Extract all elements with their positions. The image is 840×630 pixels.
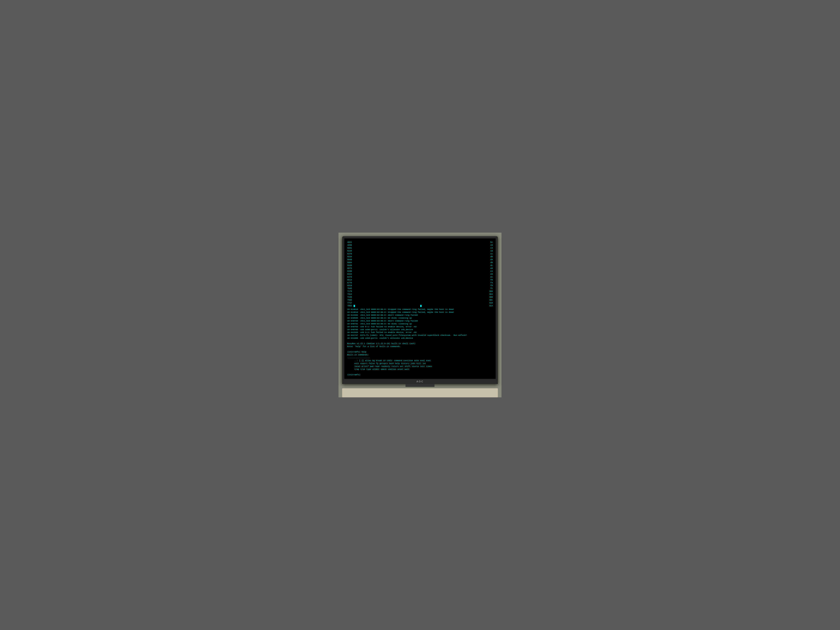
- hex-300: 300: [489, 290, 493, 293]
- shell-cmd-line1: . : [ [[ alias bg break cd chdir command…: [347, 359, 493, 362]
- hex-e4: e4: [489, 270, 493, 273]
- hex-f0: f0: [489, 279, 493, 281]
- hex-dc: dc: [489, 264, 493, 267]
- hex-308: 308: [489, 296, 493, 299]
- hex-30c: 30c: [489, 299, 493, 302]
- monitor: 4821 4956 5091 5226 5370 5534 5669 5804 …: [342, 236, 498, 384]
- hex-f4: f4: [489, 281, 493, 284]
- num-6910: 6910: [347, 284, 422, 287]
- hex-d4: d4: [489, 258, 493, 261]
- shell-builtin-header: Built-in commands:: [347, 354, 493, 357]
- hex-310: 310: [489, 302, 493, 305]
- num-5939: 5939: [347, 264, 422, 267]
- log-line-9: 19 641525 usb 3-1: hub failed to enable …: [347, 331, 493, 334]
- log-line-10: 19 641747 EXT4-fs (sda5): VFS: Found ext…: [347, 334, 493, 337]
- log-line-2: 19 614018 xhci_hcd 0000:02:00.0: Stopped…: [347, 311, 493, 314]
- hex-fc: fc: [489, 287, 493, 290]
- num-4956: 4956: [347, 244, 422, 247]
- log-line-3: 19 614384 xhci_hcd 0000:02:00.0: Abort c…: [347, 314, 493, 317]
- shell-busybox: BusyBox v1.22.1 (Debian 1:1.22.0-19) bui…: [347, 342, 493, 345]
- shell-cmd-line3: local printf pwd read readonly return se…: [347, 365, 493, 368]
- cursor-block1: [354, 305, 355, 307]
- num-6073: 6073: [347, 267, 422, 270]
- num-5669: 5669: [347, 258, 422, 261]
- hex-304: 304: [489, 293, 493, 296]
- num-5226: 5226: [347, 249, 422, 253]
- num-4821: 4821: [347, 241, 422, 244]
- keyboard: [342, 388, 498, 397]
- log-line-1: 19 614018 xhci_hcd 0000:03:00.0: Stopped…: [347, 308, 493, 311]
- hex-cc: cc: [489, 253, 493, 256]
- log-line-11: 19 641988 usb usb3-port1: couldn't alloc…: [347, 337, 493, 340]
- hex-f8: f8: [489, 284, 493, 287]
- hex-bc: bc: [489, 241, 493, 244]
- num-6479: 6479: [347, 276, 422, 279]
- log-line-7: 19 640753 usb 6-1: hub failed to enable …: [347, 325, 493, 328]
- num-6614: 6614: [347, 279, 422, 281]
- num-5534: 5534: [347, 256, 422, 258]
- hex-e8: e8: [489, 273, 493, 276]
- left-numbers: 4821 4956 5091 5226 5370 5534 5669 5804 …: [347, 241, 422, 307]
- shell-enter-help: Enter 'help' for a list of built-in comm…: [347, 345, 493, 348]
- shell-separator: -------------------: [347, 357, 493, 359]
- shell-section: BusyBox v1.22.1 (Debian 1:1.22.0-19) bui…: [347, 342, 493, 376]
- num-6209: 6209: [347, 270, 422, 273]
- hex-e0: e0: [489, 267, 493, 270]
- num-5370: 5370: [347, 253, 422, 256]
- hex-c4: c4: [489, 247, 493, 249]
- num-7179: 7179: [347, 290, 422, 293]
- cursor-block2: [420, 305, 422, 307]
- hex-c8: c8: [489, 249, 493, 253]
- hex-ec: ec: [489, 276, 493, 279]
- log-line-4: 19 640565 xhci_hcd 0000:02:00.0: HC died…: [347, 317, 493, 320]
- shell-help-cmd: (initramfs) help: [347, 351, 493, 354]
- num-6344: 6344: [347, 273, 422, 276]
- monitor-brand-label: AOC: [416, 380, 424, 383]
- numbers-section: 4821 4956 5091 5226 5370 5534 5669 5804 …: [347, 241, 493, 307]
- num-5091: 5091: [347, 247, 422, 249]
- hex-d0: d0: [489, 256, 493, 258]
- num-7852: 7852: [347, 305, 422, 307]
- log-line-6: 19 640731 xhci_hcd 0000:03:00.0: HC died…: [347, 323, 493, 325]
- shell-cmd-line2: exit export false fg getopts hash help h…: [347, 362, 493, 365]
- monitor-stand: [406, 384, 434, 387]
- log-section: 19 614018 xhci_hcd 0000:03:00.0: Stopped…: [347, 308, 493, 340]
- log-line-5: 19 640729 xhci_hcd 0000:03:00.0: Abort c…: [347, 320, 493, 323]
- shell-cmd-line4: trap true type ulimit umask unalias unse…: [347, 368, 493, 371]
- num-7314: 7314: [347, 293, 422, 296]
- num-7448: 7448: [347, 296, 422, 299]
- num-7045: 7045: [347, 287, 422, 290]
- num-7583: 7583: [347, 299, 422, 302]
- hex-d8: d8: [489, 261, 493, 264]
- monitor-bottom-bezel: AOC: [344, 379, 496, 384]
- shell-prompt: (initramfs): [347, 373, 493, 376]
- num-6776: 6776: [347, 281, 422, 284]
- screen: 4821 4956 5091 5226 5370 5534 5669 5804 …: [344, 238, 496, 379]
- right-numbers: bc c0 c4 c8 cc d0 d4 d8 dc e0 e4 e8 ec f…: [489, 241, 493, 307]
- hex-314: 314: [489, 305, 493, 307]
- log-line-8: 19 640765 usb usb6-port1: couldn't alloc…: [347, 328, 493, 331]
- num-7717: 7717: [347, 302, 422, 305]
- hex-c0: c0: [489, 244, 493, 247]
- num-5804: 5804: [347, 261, 422, 264]
- room-background: 4821 4956 5091 5226 5370 5534 5669 5804 …: [338, 233, 502, 397]
